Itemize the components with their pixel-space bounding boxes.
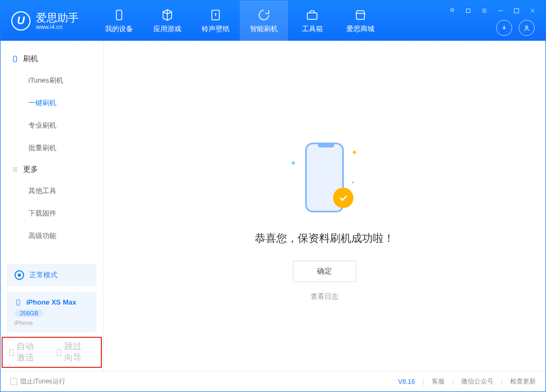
titlebar: U 爱思助手 www.i4.cn 我的设备 应用游戏 铃声壁纸 智能刷机 [1,1,545,41]
nav-label: 铃声壁纸 [202,24,230,34]
brand-title: 爱思助手 [36,12,79,24]
sidebar: 刷机 iTunes刷机 一键刷机 专业刷机 批量刷机 更多 其他工具 下载固件 … [1,41,104,371]
sidebar-item-other-tools[interactable]: 其他工具 [1,180,103,202]
version-label: V8.16 [398,378,415,386]
nav-label: 智能刷机 [250,24,278,34]
menu-button[interactable] [479,6,489,16]
maximize-button[interactable] [512,6,521,16]
svg-rect-4 [514,8,519,12]
success-illustration: ✦ ✦ ✦ [292,143,357,218]
nav-toolbox[interactable]: 工具箱 [288,1,336,41]
sidebar-item-pro-flash[interactable]: 专业刷机 [1,114,103,137]
check-icon [333,188,353,208]
checkbox-block-itunes[interactable]: 阻止iTunes运行 [10,377,65,386]
theme-button[interactable] [447,6,457,16]
cube-icon [160,8,174,22]
sidebar-item-download-firmware[interactable]: 下载固件 [1,202,103,225]
svg-rect-3 [467,9,470,12]
nav-smart-flash[interactable]: 智能刷机 [240,1,288,41]
svg-rect-2 [307,13,317,19]
nav-apps-games[interactable]: 应用游戏 [143,1,191,41]
device-card[interactable]: iPhone XS Max 256GB iPhone [7,292,97,332]
checkbox-auto-activate[interactable]: 自动激活 [9,341,36,364]
device-capacity: 256GB [14,309,43,317]
main-content: ✦ ✦ ✦ 恭喜您，保资料刷机成功啦！ 确定 查看日志 [104,41,545,371]
minimize-button[interactable] [496,6,505,16]
sidebar-item-oneclick-flash[interactable]: 一键刷机 [1,92,103,114]
svg-rect-0 [116,10,122,20]
mode-label: 正常模式 [29,270,57,280]
sidebar-item-itunes-flash[interactable]: iTunes刷机 [1,69,103,92]
device-icon [112,8,126,22]
nav-label: 爱思商城 [346,24,374,34]
nav-label: 应用游戏 [153,24,181,34]
mini-button[interactable] [463,6,473,16]
logo-icon: U [11,11,31,31]
checkbox-icon [9,349,13,356]
account-button[interactable] [519,20,535,36]
nav-store[interactable]: 爱思商城 [336,1,385,41]
footer-link-update[interactable]: 检查更新 [510,377,536,386]
success-message: 恭喜您，保资料刷机成功啦！ [255,231,394,246]
footer-link-support[interactable]: 客服 [432,377,445,386]
nav-label: 我的设备 [105,24,133,34]
svg-rect-6 [13,56,17,62]
checkbox-icon [57,349,61,356]
toolbox-icon [305,8,319,22]
logo[interactable]: U 爱思助手 www.i4.cn [11,11,79,31]
mode-icon [14,270,24,280]
nav-my-device[interactable]: 我的设备 [95,1,143,41]
nav-label: 工具箱 [302,24,323,34]
close-button[interactable] [528,6,537,16]
device-type: iPhone [14,320,89,326]
svg-point-5 [526,26,528,28]
device-name: iPhone XS Max [26,298,76,306]
sidebar-section-more: 更多 [1,159,103,180]
checkbox-icon [10,378,17,385]
sidebar-item-advanced[interactable]: 高级功能 [1,225,103,247]
confirm-button[interactable]: 确定 [293,261,356,282]
music-icon [209,8,223,22]
top-nav: 我的设备 应用游戏 铃声壁纸 智能刷机 工具箱 爱思商城 [95,1,385,41]
nav-ringtones[interactable]: 铃声壁纸 [191,1,240,41]
refresh-icon [257,8,271,22]
view-log-link[interactable]: 查看日志 [311,292,338,301]
store-icon [353,8,367,22]
brand-subtitle: www.i4.cn [36,24,79,30]
checkbox-skip-guide[interactable]: 跳过向导 [57,341,84,364]
svg-rect-7 [17,299,20,305]
footer-link-wechat[interactable]: 微信公众号 [461,377,493,386]
download-button[interactable] [496,20,512,36]
status-bar: 阻止iTunes运行 V8.16 | 客服 | 微信公众号 | 检查更新 [1,371,545,391]
sidebar-item-batch-flash[interactable]: 批量刷机 [1,137,103,159]
mode-card[interactable]: 正常模式 [7,264,97,286]
sidebar-section-flash: 刷机 [1,49,103,69]
